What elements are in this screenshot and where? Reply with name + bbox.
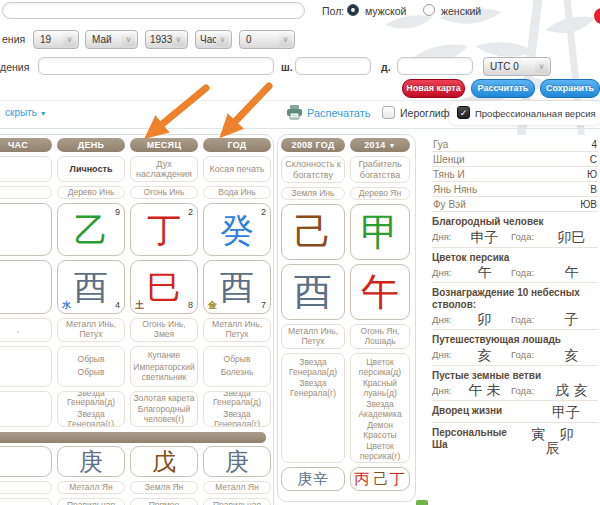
year-select[interactable]: 1933 ∨ xyxy=(145,30,188,49)
hidden-stem-box: 戊 xyxy=(130,446,198,477)
info-section: Дворец жизни 甲子 xyxy=(432,401,598,423)
new-chart-button[interactable]: Новая карта xyxy=(402,79,465,98)
value-hanzi: 寅 卯 辰 xyxy=(518,427,592,455)
name-input[interactable] xyxy=(2,2,305,19)
branch-hanzi: 酉 xyxy=(294,273,332,311)
day-hanzi: 午 未 xyxy=(458,383,511,397)
pillar-header-day[interactable]: ДЕНЬ xyxy=(57,138,125,152)
latitude-input[interactable] xyxy=(295,57,371,75)
stage-cell: Обрыв Болезнь xyxy=(203,346,271,387)
info-label: Фу Вэй xyxy=(433,199,466,210)
branch-hanzi: 巳 xyxy=(147,270,181,304)
branch-box: 午 xyxy=(350,264,410,320)
hidden-element-label: Земля Ян xyxy=(130,481,198,494)
stars-cell: Цветок персика(д) Красный луань(д) Звезд… xyxy=(350,353,410,463)
pillar-role: Косая печать xyxy=(203,156,271,182)
hide-link[interactable]: скрыть ▼ xyxy=(5,107,47,118)
stem-hanzi: 己 xyxy=(294,213,332,251)
stem-element-label: Дерево Инь xyxy=(57,186,125,199)
stem-strength-number: 9 xyxy=(115,207,120,217)
stem-element-label: Вода Инь xyxy=(203,186,271,199)
branch-strength-number: 8 xyxy=(188,300,193,310)
year-column-2008: 2008 ГОД Склонность к богатству Земля Ин… xyxy=(281,138,345,491)
month-select[interactable]: Май ∨ xyxy=(85,30,138,49)
info-row: Тянь ИЮ xyxy=(432,167,598,182)
birthplace-input[interactable] xyxy=(38,57,274,75)
gender-female-label[interactable]: женский xyxy=(441,5,481,17)
pillar-header-hour[interactable]: ЧАС xyxy=(0,138,52,152)
gender-male-label[interactable]: мужской xyxy=(365,5,406,17)
save-button[interactable]: Сохранить xyxy=(540,79,600,98)
day-hanzi: 亥 xyxy=(458,348,511,362)
pillar-role-empty xyxy=(0,156,52,182)
birthdate-label-fragment: ения xyxy=(2,33,25,45)
info-value: 4 xyxy=(591,139,597,150)
pro-version-checkbox[interactable]: ✓ xyxy=(457,106,470,119)
info-value: Ю xyxy=(587,169,597,180)
day-select[interactable]: 19 ∨ xyxy=(33,30,79,49)
hour-label-select[interactable]: Час ∨ xyxy=(195,30,232,49)
chevron-down-icon: ∨ xyxy=(279,33,292,46)
print-button[interactable]: Распечатать xyxy=(307,107,370,119)
longitude-input[interactable] xyxy=(397,57,473,75)
info-section: Путешествующая лошадь Дня: 亥 Года: 亥 xyxy=(432,330,598,366)
hieroglyphs-label[interactable]: Иероглифы xyxy=(400,107,457,119)
branch-desc: Огонь Инь, Змея xyxy=(130,318,198,342)
stem-hanzi: 甲 xyxy=(361,213,399,251)
calculate-button[interactable]: Рассчитать xyxy=(471,79,535,98)
branch-desc: Металл Инь, Петух xyxy=(281,324,345,349)
stem-strength-number: 2 xyxy=(261,207,266,217)
star-line: Звезда Генерала(г) xyxy=(60,410,122,427)
gender-radio-male[interactable] xyxy=(347,4,359,16)
stem-element-label: Огонь Инь xyxy=(130,186,198,199)
pillar-header-month[interactable]: МЕСЯЦ xyxy=(130,138,198,152)
stem-box: 癸 2 xyxy=(203,203,271,256)
section-title: Цветок персика xyxy=(432,252,598,264)
hour-select-value: 0 xyxy=(246,34,252,45)
stage-line: Купание xyxy=(148,351,181,361)
branch-desc: Металл Инь, Петух xyxy=(203,318,271,342)
year-2008-header[interactable]: 2008 ГОД xyxy=(281,138,345,152)
gender-radio-female[interactable] xyxy=(423,4,435,16)
longitude-label: д. xyxy=(381,61,391,73)
day-label: Дня: xyxy=(432,314,458,325)
pillar-column-day: ДЕНЬ Личность Дерево Инь 乙 9 酉 水 4 Метал… xyxy=(57,138,125,505)
hour-select[interactable]: 0 ∨ xyxy=(239,30,295,49)
day-label: Дня: xyxy=(432,349,458,360)
pro-version-label[interactable]: Профессиональная версия xyxy=(475,108,596,119)
latitude-label: ш. xyxy=(281,61,293,73)
info-label: Гуа xyxy=(433,139,448,150)
hidden-stem-hanzi: 戊 xyxy=(152,450,176,474)
stem-box-empty xyxy=(0,203,52,256)
info-row: ШенциС xyxy=(432,152,598,167)
chevron-down-icon: ∨ xyxy=(122,33,135,46)
hidden-element-empty xyxy=(0,481,52,494)
section-title: Пустые земные ветви xyxy=(432,370,598,382)
section-title: Вознаграждение 10 небесных стволов: xyxy=(432,287,598,310)
separator-line xyxy=(0,128,600,129)
pillars-divider-bar xyxy=(0,432,266,443)
star-line: Цветок персика(г) xyxy=(353,442,407,461)
info-row: Фу ВэйЮВ xyxy=(432,197,598,212)
hidden-stem-box: 庚 xyxy=(57,446,125,477)
stage-cell-empty xyxy=(0,346,52,387)
month-select-value: Май xyxy=(92,34,112,45)
utc-select[interactable]: UTC 0 ∨ xyxy=(483,57,551,76)
branch-box: 巳 土 8 xyxy=(130,260,198,314)
chevron-down-icon: ∨ xyxy=(216,33,229,46)
star-line: Звезда Генерала(г) xyxy=(206,410,268,427)
section-title: Путешествующая лошадь xyxy=(432,334,598,346)
branch-hanzi: 午 xyxy=(361,273,399,311)
stars-cell: Золотая карета Благородный человек(г) xyxy=(130,391,198,427)
hidden-role-label: Правильная власть xyxy=(203,498,271,505)
pillar-column-month: МЕСЯЦ Дух наслаждения Огонь Инь 丁 2 巳 土 … xyxy=(130,138,198,505)
branch-box-empty xyxy=(0,260,52,314)
branch-hanzi: 酉 xyxy=(74,270,108,304)
birthplace-label-fragment: дения xyxy=(0,61,29,73)
stars-cell: Звезда Генерала(д) Звезда Генерала(г) xyxy=(57,391,125,427)
chevron-down-icon: ∨ xyxy=(63,33,76,46)
hidden-stems-box: 丙 己 丁 xyxy=(350,467,410,491)
year-2014-header[interactable]: 2014 ▼ xyxy=(350,138,410,152)
pillar-header-year[interactable]: ГОД xyxy=(203,138,271,152)
hieroglyphs-checkbox[interactable] xyxy=(382,106,395,119)
